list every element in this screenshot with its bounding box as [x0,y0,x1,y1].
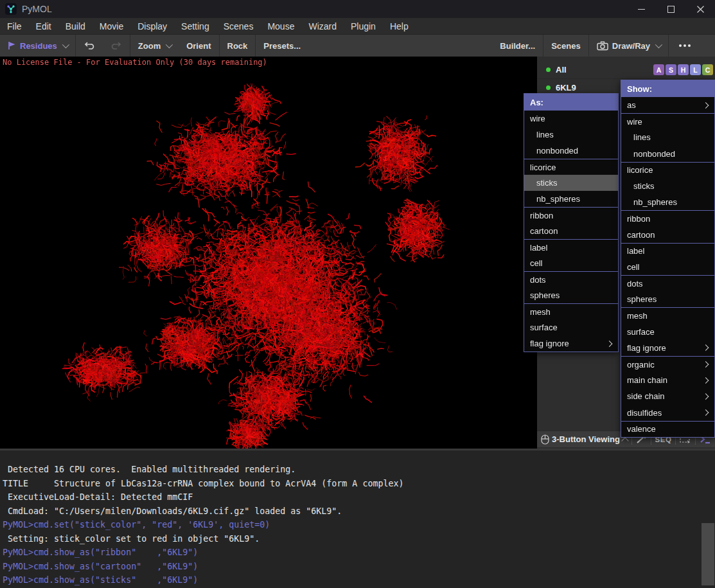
builder-button[interactable]: Builder... [492,35,543,57]
action-button-h[interactable]: H [678,64,689,75]
flag-icon [8,41,16,50]
rock-button[interactable]: Rock [220,35,256,57]
console-line: PyMOL>cmd.show_as("ribbon" ,"6KL9") [3,546,715,560]
redo-button[interactable] [103,35,130,57]
maximize-button[interactable] [656,0,685,18]
menu-item-ribbon[interactable]: ribbon [524,207,618,223]
menu-item-cartoon[interactable]: cartoon [621,227,714,243]
3d-viewport[interactable]: No License File - For Evaluation Only (3… [0,57,537,449]
menu-item-label[interactable]: label [621,243,714,259]
menu-item-as[interactable]: as [621,97,714,113]
menu-item-main-chain[interactable]: main chain [621,372,714,388]
menu-item-surface[interactable]: surface [524,319,618,335]
menu-item-cartoon[interactable]: cartoon [524,223,618,239]
enabled-dot-icon [546,85,551,90]
show-context-menu: Show:aswirelinesnonbondedlicoricesticksn… [621,80,715,438]
more-options-button[interactable] [669,44,701,47]
menu-item-ribbon[interactable]: ribbon [621,210,714,226]
menubar-item-file[interactable]: File [0,18,29,34]
toolbar: Residues Zoom Orient Rock Presets... [0,35,715,57]
menubar-item-build[interactable]: Build [58,18,93,34]
close-button[interactable] [685,0,715,18]
menu-item-flag-ignore[interactable]: flag ignore [524,335,618,352]
license-banner: No License File - For Evaluation Only (3… [3,58,267,67]
menu-item-lines[interactable]: lines [524,127,618,143]
menubar-item-help[interactable]: Help [383,18,416,34]
menu-item-flag-ignore[interactable]: flag ignore [621,340,714,356]
console-line: Detected 16 CPU cores. Enabled multithre… [3,463,715,477]
menu-item-mesh[interactable]: mesh [621,307,714,323]
command-console[interactable]: Detected 16 CPU cores. Enabled multithre… [0,449,715,588]
menu-title: As: [524,94,618,111]
undo-icon [84,40,95,51]
menu-item-dots[interactable]: dots [621,275,714,291]
menu-item-nonbonded[interactable]: nonbonded [524,143,618,159]
menu-item-label[interactable]: label [524,239,618,255]
presets-button[interactable]: Presets... [256,35,308,57]
menu-bar: FileEditBuildMovieDisplaySettingScenesMo… [0,18,715,35]
menubar-item-movie[interactable]: Movie [93,18,130,34]
residues-label: Residues [20,41,57,51]
chevron-down-icon [166,41,173,48]
submenu-arrow-icon [703,393,709,400]
menubar-item-setting[interactable]: Setting [174,18,216,34]
menu-item-lines[interactable]: lines [621,129,714,145]
zoom-button[interactable]: Zoom [130,35,179,57]
menu-item-cell[interactable]: cell [524,255,618,271]
menu-item-wire[interactable]: wire [524,111,618,127]
menu-item-wire[interactable]: wire [621,113,714,129]
menu-item-disulfides[interactable]: disulfides [621,405,714,421]
builder-label: Builder... [500,41,535,51]
menu-item-nb_spheres[interactable]: nb_spheres [621,194,714,210]
title-bar: PyMOL [0,0,715,18]
console-line: PyMOL>cmd.set("stick_color", "red", '6KL… [3,518,715,532]
menu-item-spheres[interactable]: spheres [524,287,618,303]
mouse-mode-button[interactable]: 3-Button Viewing [537,431,631,447]
action-button-a[interactable]: A [653,64,664,75]
menubar-item-edit[interactable]: Edit [29,18,58,34]
camera-icon [597,41,608,51]
menu-item-dots[interactable]: dots [524,271,618,287]
menubar-item-scenes[interactable]: Scenes [216,18,261,34]
console-scrollbar-thumb[interactable] [702,523,714,585]
chevron-down-icon [655,41,662,48]
object-name: 6KL9 [556,83,576,93]
menu-item-valence[interactable]: valence [621,421,714,437]
menu-item-nb_spheres[interactable]: nb_spheres [524,191,618,207]
enabled-dot-icon [546,67,551,72]
menu-item-cell[interactable]: cell [621,259,714,275]
menu-item-side-chain[interactable]: side chain [621,388,714,404]
residues-selector-button[interactable]: Residues [0,35,75,57]
menu-item-organic[interactable]: organic [621,356,714,372]
menubar-item-mouse[interactable]: Mouse [260,18,301,34]
menu-item-surface[interactable]: surface [621,324,714,340]
minimize-button[interactable] [626,0,656,18]
scenes-button[interactable]: Scenes [543,35,588,57]
action-button-s[interactable]: S [666,64,676,75]
undo-button[interactable] [76,35,103,57]
menu-item-licorice[interactable]: licorice [621,162,714,178]
draw-ray-button[interactable]: Draw/Ray [589,35,668,57]
menubar-item-display[interactable]: Display [130,18,174,34]
menu-item-licorice[interactable]: licorice [524,159,618,175]
submenu-arrow-icon [703,361,709,368]
orient-button[interactable]: Orient [179,35,218,57]
submenu-arrow-icon [703,344,709,351]
molecule-render[interactable] [0,57,537,449]
menu-item-mesh[interactable]: mesh [524,303,618,319]
menu-item-sticks[interactable]: sticks [621,178,714,194]
action-button-c[interactable]: C [702,64,713,75]
rock-label: Rock [227,41,248,51]
menubar-item-plugin[interactable]: Plugin [344,18,383,34]
menubar-item-wizard[interactable]: Wizard [301,18,344,34]
action-button-l[interactable]: L [690,64,701,75]
mouse-mode-label: 3-Button Viewing [552,434,620,444]
submenu-arrow-icon [703,377,709,384]
chevron-down-icon [62,41,69,48]
close-icon [697,6,704,13]
menu-item-sticks[interactable]: sticks [524,175,618,191]
menu-item-spheres[interactable]: spheres [621,291,714,307]
menu-item-nonbonded[interactable]: nonbonded [621,146,714,162]
console-line: TITLE Structure of LbCas12a-crRNA comple… [3,477,715,491]
object-row-all[interactable]: AllASHLC [537,61,715,79]
